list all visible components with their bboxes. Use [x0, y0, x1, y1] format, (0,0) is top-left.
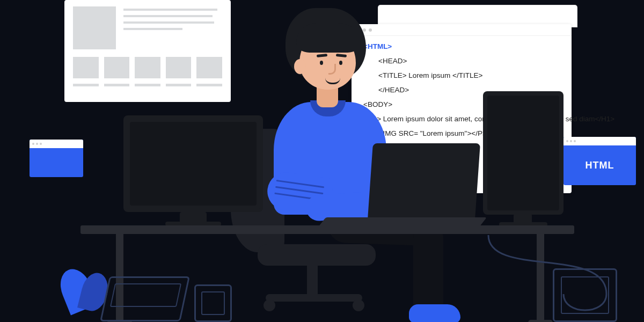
background-browser-frame	[378, 5, 577, 27]
html-badge-popup: HTML	[564, 137, 636, 185]
eye	[320, 61, 323, 65]
html-badge-label: HTML	[564, 145, 636, 185]
illustration-stage: <HTML> <HEAD> <TITLE> Lorem ipsum </TITL…	[0, 0, 644, 322]
wireframe-thumb-row	[73, 57, 222, 78]
desk-top	[80, 225, 574, 234]
ear	[294, 59, 306, 74]
eye	[339, 61, 342, 65]
floor-device	[194, 284, 232, 322]
laptop-screen	[368, 143, 480, 219]
wireframe-window	[64, 0, 231, 102]
chair-wheelbase	[266, 294, 362, 302]
shin	[413, 223, 443, 314]
shoe	[409, 304, 460, 322]
monitor-stand	[180, 212, 207, 223]
hair-fringe	[296, 23, 361, 53]
chair-stem	[307, 264, 318, 296]
wireframe-image-placeholder	[73, 6, 116, 49]
floor-device	[100, 276, 190, 321]
wireframe-text-lines	[123, 6, 222, 49]
desk-monitor-right	[483, 91, 564, 215]
mini-popup-left	[30, 140, 83, 177]
wireframe-bar-row	[73, 84, 222, 86]
chair-seat	[258, 244, 376, 266]
desk-monitor-left	[123, 115, 263, 212]
floor-device	[553, 268, 617, 322]
